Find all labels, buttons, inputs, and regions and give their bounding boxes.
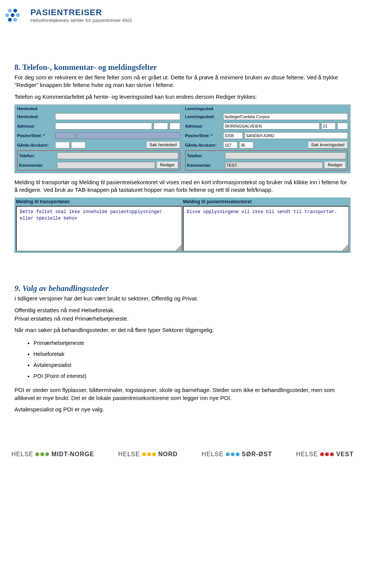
svg-point-2 [5,13,9,17]
list-item: Primærhelsetjeneste [33,338,351,349]
list-item: Avtalespesialist [33,360,351,371]
input-postnr-h[interactable] [55,132,75,139]
leveringssted-column: Leveringssted Leveringssted: fastlege/Ca… [182,105,351,173]
label-kommentar-h: Kommentar: [19,163,56,168]
msg-office-text: Disse opplysningene vil ikke bli sendt t… [187,209,337,215]
rediger-l-button[interactable]: Rediger [324,161,346,169]
leveringssted-highlight-frame: Telefon: Kommentar: TEST Rediger [185,150,348,171]
label-postnr-l: Postnr/Sted: * [185,133,222,138]
input-kommentar-l[interactable]: TEST [225,162,323,169]
input-adresse-h-suffix[interactable] [170,123,180,130]
input-postnr-l[interactable]: 3208 [223,132,243,139]
section-8-para-1: For deg som er rekvirent er det flere fe… [14,74,351,89]
resize-handle-icon [342,244,348,251]
sok-leveringssted-button[interactable]: Søk leveringssted [308,141,348,149]
input-adresse-h-num[interactable] [154,123,168,130]
location-form-panel: Hentested Hentested: Adresse: Postnr/Ste… [14,104,351,173]
section-9-para-2b: Privat erstattes nå med Primærhelsetjene… [14,315,351,322]
dot-cluster-icon [142,452,156,456]
dot-cluster-icon [320,452,334,456]
input-sted-h[interactable] [76,132,180,139]
region-sor-ost: HELSE SØR-ØST [202,451,272,458]
section-9-title: 9. Valg av behandlingssteder [14,284,351,293]
input-gards-h1[interactable] [55,142,70,149]
label-hentested: Hentested: [17,114,54,119]
msg-transporter-title: Melding til transportøren [16,199,182,206]
sok-hentested-button[interactable]: Søk hentested [146,141,180,149]
label-adresse-h: Adresse: [17,124,54,128]
input-telefon-h[interactable] [57,152,178,159]
section-8-para-2: Telefon og Kommentarfeltet på hente- og … [14,93,351,101]
label-gards-h: Gårds-/bruksnr: [17,143,54,147]
msg-office-box[interactable]: Disse opplysningene vil ikke bli sendt t… [183,206,349,251]
input-telefon-l[interactable] [225,152,346,159]
hentested-highlight-frame: Telefon: Kommentar: Rediger [17,150,180,171]
input-hentested[interactable] [55,113,180,120]
label-gards-l: Gårds-/bruksnr: [185,143,222,147]
sector-list: Primærhelsetjeneste Helseforetak Avtales… [14,338,351,382]
label-leveringssted: Leveringssted: [185,114,222,119]
rediger-h-button[interactable]: Rediger [157,161,178,169]
footer-regions: HELSE MIDT-NORGE HELSE NORD HELSE SØR-ØS… [0,446,365,462]
svg-point-4 [16,13,20,17]
leveringssted-header: Leveringssted [185,106,348,111]
brand-title: PASIENTREISER [30,8,132,17]
label-telefon-l: Telefon: [187,153,224,158]
section-8-para-3: Melding til transportør og Melding til p… [14,179,351,194]
section-8-title: 8. Telefon-, kommentar- og meldingsfelte… [14,63,351,72]
section-9-para-4: POI er steder som flyplasser, båttermina… [14,386,351,402]
hentested-column: Hentested Hentested: Adresse: Postnr/Ste… [15,105,182,173]
svg-point-0 [8,9,12,13]
region-vest: HELSE VEST [296,451,354,458]
input-adresse-l[interactable]: SKIRINGSALVEIEN [223,123,320,130]
input-leveringssted[interactable]: fastlege/Cantata Corpus [223,113,348,120]
logo-dots-icon [5,7,26,24]
region-nord: HELSE NORD [118,451,178,458]
input-gards-l1[interactable]: 167 [223,142,238,149]
msg-transporter-text: Dette feltet skal ikke inneholde pasient… [20,209,162,221]
label-postnr-h: Postnr/Sted: * [17,133,54,138]
region-midt-norge: HELSE MIDT-NORGE [11,451,94,458]
list-item: POI (Point of interest) [33,371,351,382]
input-adresse-l-suffix[interactable] [337,123,348,130]
section-9-para-5: Avtalespesialist og POI er nye valg. [14,406,351,413]
list-item: Helseforetak [33,349,351,360]
message-panel: Melding til transportøren Dette feltet s… [14,198,351,253]
section-9-para-2a: Offentlig erstattes nå med Helseforetak. [14,307,351,314]
label-adresse-l: Adresse: [185,124,222,128]
resize-handle-icon [175,244,181,251]
svg-point-6 [13,18,17,22]
msg-transporter-box[interactable]: Dette feltet skal ikke inneholde pasient… [16,206,182,251]
input-adresse-h[interactable] [55,123,152,130]
page-header: PASIENTREISER Helseforetakenes senter fo… [0,0,365,27]
section-9-para-3: Når man søker på behandlingssteder, er d… [14,326,351,334]
label-kommentar-l: Kommentar: [187,163,224,168]
input-sted-l[interactable]: SANDEFJORD [244,132,348,139]
input-adresse-l-num[interactable]: 21 [321,123,336,130]
svg-point-3 [11,13,14,17]
dot-cluster-icon [226,452,240,456]
msg-office-title: Melding til pasientreisekontoret [183,199,349,206]
input-gards-h2[interactable] [71,142,86,149]
dot-cluster-icon [35,452,49,456]
hentested-header: Hentested [17,106,180,111]
svg-point-1 [13,9,17,13]
section-9-para-1: I tidligere versjoner har det kun vært b… [14,295,351,302]
input-kommentar-h[interactable] [57,162,155,169]
brand-subtitle: Helseforetakenes senter for pasientreise… [30,17,132,23]
input-gards-l2[interactable]: 36 [239,142,254,149]
svg-point-5 [8,18,12,22]
label-telefon-h: Telefon: [19,153,56,158]
